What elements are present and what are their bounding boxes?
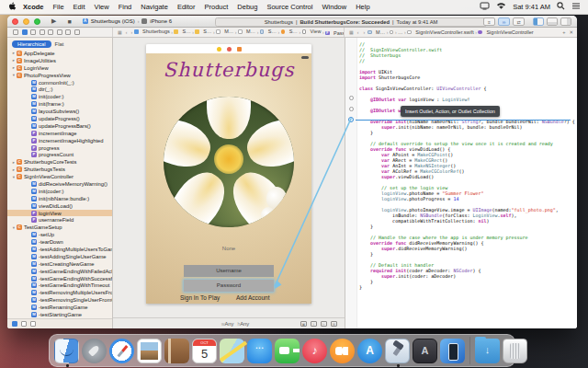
- dock-messages-icon[interactable]: [247, 339, 272, 363]
- tab-hierarchical[interactable]: Hierarchical: [12, 40, 51, 48]
- project-navigator-icon[interactable]: [13, 29, 18, 35]
- symbol-row-init-nibname-bundle-[interactable]: Minit(nibName:bundle:): [7, 195, 112, 202]
- dock-photos-icon[interactable]: [137, 339, 162, 363]
- close-assistant-button[interactable]: ✕: [569, 29, 573, 35]
- symbol-row-viewdidload-[interactable]: MviewDidLoad(): [7, 202, 112, 210]
- dock-itunes-icon[interactable]: [302, 339, 327, 363]
- symbol-row--testgameendingwithtimeout[interactable]: M-testGameEndingWithTimeout: [7, 282, 112, 290]
- test-navigator-icon[interactable]: [48, 29, 53, 35]
- issue-navigator-icon[interactable]: [40, 29, 45, 35]
- menu-product[interactable]: Product: [204, 3, 228, 11]
- minimize-window-button[interactable]: [23, 18, 29, 25]
- symbol-row-incrementimage[interactable]: PincrementImage: [7, 130, 112, 137]
- menu-navigate[interactable]: Navigate: [141, 3, 168, 11]
- symbol-row--testaddingsingleusergame[interactable]: M-testAddingSingleUserGame: [7, 253, 112, 260]
- doc-crumb-icon[interactable]: [390, 30, 394, 35]
- sign-in-button[interactable]: Sign In To Play: [180, 294, 220, 301]
- menu-file[interactable]: File: [53, 3, 64, 11]
- flower-photo[interactable]: [164, 97, 294, 227]
- symbol-row-layoutsubviews-[interactable]: MlayoutSubviews(): [7, 108, 112, 115]
- breadcrumb-m-[interactable]: M…: [238, 29, 255, 34]
- breadcrumb-password[interactable]: F Password: [325, 30, 345, 36]
- symbol-row--testgameendingwithsuccessfulach-[interactable]: M-testGameEndingWithSuccessfulAch…: [7, 275, 112, 282]
- breakpoint-navigator-icon[interactable]: [65, 29, 71, 35]
- add-account-button[interactable]: Add Account: [236, 294, 270, 301]
- symbol-row-appdelegate[interactable]: ▸CAppDelegate: [7, 50, 112, 57]
- menu-source-control[interactable]: Source Control: [266, 3, 312, 11]
- symbol-navigator-icon[interactable]: [22, 29, 28, 35]
- sign-in-scene[interactable]: Shutterbugs None Username Password: [146, 44, 311, 304]
- symbol-row-loginview[interactable]: PloginView: [7, 210, 112, 217]
- menu-window[interactable]: Window: [322, 3, 346, 11]
- symbol-row--testgameendingwithfailedachievement[interactable]: M-testGameEndingWithFailedAchievement: [7, 268, 112, 275]
- align-icon[interactable]: ⊦: [311, 321, 317, 327]
- filter-scope-icon[interactable]: [12, 321, 17, 327]
- jump-file[interactable]: SignInViewController.swift: [407, 29, 474, 35]
- symbol-row-shutterbugscoretests[interactable]: ▸CShutterbugsCoreTests: [7, 158, 112, 166]
- forward-icon[interactable]: ›: [130, 29, 132, 35]
- notification-center-icon[interactable]: [571, 2, 581, 12]
- outlet-insertion-well[interactable]: [348, 117, 354, 122]
- symbol-row-photoprogressview[interactable]: ▾CPhotoProgressView: [7, 72, 112, 79]
- menu-view[interactable]: View: [95, 3, 109, 11]
- jump-symbol[interactable]: SignInViewController: [478, 29, 533, 35]
- breadcrumb-view[interactable]: View: [302, 29, 322, 34]
- tab-flat[interactable]: Flat: [55, 41, 64, 47]
- breadcrumb-s-[interactable]: S…: [260, 29, 277, 34]
- run-button[interactable]: ▶: [51, 17, 56, 25]
- dock-xcode-icon[interactable]: [385, 339, 410, 363]
- find-navigator-icon[interactable]: [30, 29, 36, 35]
- toggle-debug-area-button[interactable]: [547, 17, 558, 26]
- dock-downloads-icon[interactable]: [475, 339, 500, 363]
- embed-stack-icon[interactable]: ▣: [300, 321, 307, 327]
- exit-icon[interactable]: [237, 47, 242, 52]
- symbol-row--testremovingsingleuserfromgame[interactable]: M-testRemovingSingleUserFromGame: [7, 296, 112, 304]
- first-responder-icon[interactable]: [227, 47, 232, 52]
- dock-maps-icon[interactable]: [220, 339, 244, 363]
- username-field[interactable]: Username: [184, 265, 274, 277]
- symbol-row-updateprogress-[interactable]: MupdateProgress(): [7, 115, 112, 122]
- scheme-selector[interactable]: A Shutterbugs (iOS) › iPhone 6: [83, 18, 172, 24]
- back-icon[interactable]: ‹: [357, 29, 359, 35]
- dock-trash-icon[interactable]: [503, 339, 527, 363]
- symbol-row-loginview[interactable]: ▸CLoginView: [7, 64, 112, 72]
- view-controller-icon[interactable]: [217, 47, 221, 52]
- breadcrumb-s-[interactable]: S…: [195, 29, 211, 34]
- wifi-icon[interactable]: [496, 2, 506, 12]
- symbol-row-init-coder-[interactable]: Minit(coder:): [7, 188, 112, 195]
- symbol-row-init-coder-[interactable]: Minit(coder:): [7, 93, 112, 100]
- debug-navigator-icon[interactable]: [57, 29, 62, 35]
- stop-button[interactable]: ■: [67, 18, 71, 25]
- symbol-row--testrenaminggame[interactable]: M-testRenamingGame: [7, 304, 112, 311]
- dock-launchpad-icon[interactable]: [82, 339, 107, 363]
- assistant-editor-button[interactable]: ∞: [498, 17, 510, 26]
- dock-app-store-icon[interactable]: [357, 339, 382, 363]
- related-items-icon[interactable]: ▦: [349, 29, 354, 35]
- menu-xcode[interactable]: Xcode: [23, 3, 44, 11]
- breadcrumb-m-[interactable]: M…: [216, 29, 233, 34]
- symbol-row--setup[interactable]: M-setUp: [7, 231, 112, 238]
- toggle-navigator-button[interactable]: [533, 17, 544, 26]
- symbol-row--teardown[interactable]: M-tearDown: [7, 238, 112, 246]
- menu-editor[interactable]: Editor: [177, 3, 196, 11]
- dock-ibooks-icon[interactable]: [330, 339, 355, 363]
- dock-dark-app-icon[interactable]: [413, 339, 437, 363]
- resolve-autolayout-icon[interactable]: ⊟: [331, 321, 337, 327]
- toggle-inspector-button[interactable]: [560, 17, 571, 26]
- breadcrumb-s-[interactable]: S…: [281, 29, 298, 34]
- related-items-icon[interactable]: ▦: [118, 29, 122, 35]
- source-editor[interactable]: //// SignInViewController.swift// Shutte…: [345, 38, 577, 328]
- breadcrumb-shutterbugs[interactable]: Shutterbugs: [134, 29, 170, 34]
- jump-mode[interactable]: M…: [368, 29, 385, 35]
- menu-find[interactable]: Find: [119, 3, 132, 11]
- symbol-row-init-frame-[interactable]: Minit(frame:): [7, 100, 112, 108]
- pin-icon[interactable]: ⊢: [321, 321, 327, 327]
- forward-icon[interactable]: ›: [363, 29, 365, 35]
- symbol-row-progress[interactable]: Pprogress: [7, 144, 112, 152]
- interface-builder-canvas[interactable]: Shutterbugs None Username Password: [113, 38, 345, 328]
- symbol-row-incrementimagehighlighted[interactable]: PincrementImageHighlighted: [7, 137, 112, 144]
- standard-editor-button[interactable]: ≡: [483, 17, 495, 26]
- version-editor-button[interactable]: ⇄: [513, 17, 525, 26]
- password-field[interactable]: Password: [184, 280, 274, 292]
- symbol-row-imageutilities[interactable]: ▸CImageUtilities: [7, 57, 112, 64]
